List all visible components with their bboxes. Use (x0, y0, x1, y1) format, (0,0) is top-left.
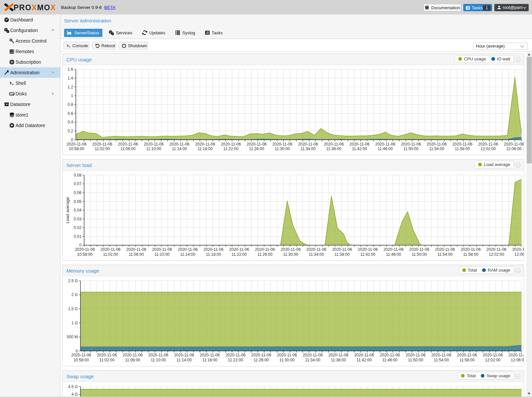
svg-text:10:58:00: 10:58:00 (73, 358, 89, 362)
svg-text:2020-11-06: 2020-11-06 (354, 353, 374, 357)
svg-text:2020-11-06: 2020-11-06 (101, 247, 121, 252)
svg-text:2020-11-06: 2020-11-06 (251, 353, 271, 357)
svg-text:2020-11-06: 2020-11-06 (203, 247, 224, 252)
svg-text:11:02:00: 11:02:00 (103, 252, 118, 257)
svg-text:2020-11-06: 2020-11-06 (195, 142, 215, 147)
svg-text:11:18:00: 11:18:00 (206, 252, 221, 257)
svg-text:11:26:00: 11:26:00 (257, 252, 272, 257)
svg-text:10:58:00: 10:58:00 (69, 147, 84, 151)
svg-text:2020-11-06: 2020-11-06 (152, 247, 172, 252)
svg-text:12:02:00: 12:02:00 (485, 358, 501, 362)
svg-text:1.4: 1.4 (68, 76, 73, 81)
svg-text:11:22:00: 11:22:00 (231, 252, 247, 257)
svg-text:2020-11-06: 2020-11-06 (306, 247, 327, 252)
svg-text:11:54:00: 11:54:00 (438, 252, 453, 257)
svg-text:0.2: 0.2 (68, 129, 73, 133)
svg-text:2020-11-06: 2020-11-06 (406, 353, 426, 357)
svg-text:2020-11-06: 2020-11-06 (200, 353, 220, 357)
svg-text:2020-11-06: 2020-11-06 (375, 142, 395, 147)
svg-text:2020-11-06: 2020-11-06 (169, 142, 190, 147)
svg-text:11:50:00: 11:50:00 (408, 358, 423, 362)
svg-text:11:26:00: 11:26:00 (249, 147, 264, 151)
svg-text:2020-11-06: 2020-11-06 (229, 247, 249, 252)
svg-text:11:54:00: 11:54:00 (434, 358, 449, 362)
svg-text:2020-11-06: 2020-11-06 (332, 247, 352, 252)
svg-text:2020-11-06: 2020-11-06 (97, 353, 117, 357)
svg-text:0.8: 0.8 (68, 102, 73, 107)
svg-text:2020-11-06: 2020-11-06 (255, 247, 275, 252)
svg-text:2020-11-06: 2020-11-06 (148, 353, 168, 357)
svg-text:11:42:00: 11:42:00 (357, 358, 372, 362)
svg-text:0.01: 0.01 (74, 234, 82, 239)
svg-text:11:34:00: 11:34:00 (309, 252, 324, 257)
svg-text:11:06:00: 11:06:00 (121, 147, 136, 151)
svg-text:2020-11-06: 2020-11-06 (118, 142, 138, 147)
svg-text:11:10:00: 11:10:00 (151, 358, 166, 362)
svg-text:11:38:00: 11:38:00 (335, 252, 350, 257)
svg-text:11:18:00: 11:18:00 (202, 358, 217, 362)
svg-text:2.5 G: 2.5 G (68, 279, 78, 283)
svg-text:11:34:00: 11:34:00 (305, 358, 320, 362)
svg-text:0.4: 0.4 (68, 120, 73, 124)
svg-text:2020-11-06: 2020-11-06 (126, 247, 146, 252)
svg-text:Load average: Load average (65, 197, 70, 223)
svg-text:500 M: 500 M (67, 335, 78, 339)
svg-text:2020-11-06: 2020-11-06 (435, 247, 455, 252)
svg-text:1.2: 1.2 (68, 85, 73, 89)
svg-text:11:58:00: 11:58:00 (455, 147, 470, 151)
svg-text:0.08: 0.08 (74, 173, 82, 178)
svg-text:1 G: 1 G (71, 321, 78, 325)
svg-text:4 G: 4 G (71, 392, 78, 397)
svg-text:2020-11-06: 2020-11-06 (303, 353, 323, 357)
svg-text:2020-11-06: 2020-11-06 (401, 142, 421, 147)
svg-text:12:06:00: 12:06:00 (514, 252, 524, 257)
svg-text:2020-11-06: 2020-11-06 (504, 142, 524, 147)
svg-text:2020-11-06: 2020-11-06 (174, 353, 194, 357)
svg-text:2020-11-06: 2020-11-06 (123, 353, 143, 357)
svg-text:2020-11-06: 2020-11-06 (457, 353, 477, 357)
svg-text:11:54:00: 11:54:00 (429, 147, 444, 151)
svg-text:11:46:00: 11:46:00 (378, 147, 393, 151)
svg-text:11:42:00: 11:42:00 (360, 252, 375, 257)
svg-text:0.06: 0.06 (74, 190, 82, 195)
svg-text:12:02:00: 12:02:00 (480, 147, 496, 151)
svg-text:11:22:00: 11:22:00 (228, 358, 243, 362)
svg-text:2020-11-06: 2020-11-06 (486, 247, 507, 252)
svg-text:0.03: 0.03 (74, 217, 82, 221)
svg-text:2020-11-06: 2020-11-06 (66, 142, 87, 147)
svg-text:2020-11-06: 2020-11-06 (71, 353, 91, 357)
svg-text:10:58:00: 10:58:00 (77, 252, 93, 257)
svg-text:0.02: 0.02 (74, 225, 82, 230)
svg-text:11:26:00: 11:26:00 (254, 358, 269, 362)
svg-text:11:30:00: 11:30:00 (279, 358, 295, 362)
svg-text:2020-11-06: 2020-11-06 (380, 353, 400, 357)
svg-text:2020-11-06: 2020-11-06 (461, 247, 481, 252)
svg-text:12:02:00: 12:02:00 (489, 252, 504, 257)
svg-text:2020-11-06: 2020-11-06 (277, 353, 297, 357)
svg-text:2020-11-06: 2020-11-06 (221, 142, 241, 147)
svg-text:0.04: 0.04 (74, 208, 82, 213)
svg-text:2020-11-06: 2020-11-06 (383, 247, 404, 252)
svg-text:2020-11-06: 2020-11-06 (329, 353, 349, 357)
svg-text:4.5 G: 4.5 G (68, 384, 78, 389)
svg-text:0.05: 0.05 (74, 199, 82, 204)
svg-text:11:46:00: 11:46:00 (386, 252, 401, 257)
svg-text:11:06:00: 11:06:00 (125, 358, 140, 362)
svg-text:11:46:00: 11:46:00 (382, 358, 398, 362)
svg-text:11:14:00: 11:14:00 (176, 358, 192, 362)
svg-text:11:58:00: 11:58:00 (463, 252, 478, 257)
svg-text:2020-11-06: 2020-11-06 (509, 353, 524, 357)
svg-text:11:38:00: 11:38:00 (326, 147, 341, 151)
svg-text:2020-11-06: 2020-11-06 (324, 142, 344, 147)
svg-text:2020-11-06: 2020-11-06 (92, 142, 112, 147)
svg-text:11:14:00: 11:14:00 (172, 147, 187, 151)
svg-text:11:30:00: 11:30:00 (283, 252, 298, 257)
svg-text:0.6: 0.6 (68, 111, 73, 116)
svg-text:11:22:00: 11:22:00 (223, 147, 238, 151)
svg-text:2020-11-06: 2020-11-06 (478, 142, 498, 147)
svg-text:11:34:00: 11:34:00 (301, 147, 316, 151)
svg-text:2020-11-06: 2020-11-06 (247, 142, 267, 147)
svg-text:11:38:00: 11:38:00 (331, 358, 346, 362)
svg-text:11:42:00: 11:42:00 (352, 147, 367, 151)
svg-text:2020-11-06: 2020-11-06 (298, 142, 318, 147)
